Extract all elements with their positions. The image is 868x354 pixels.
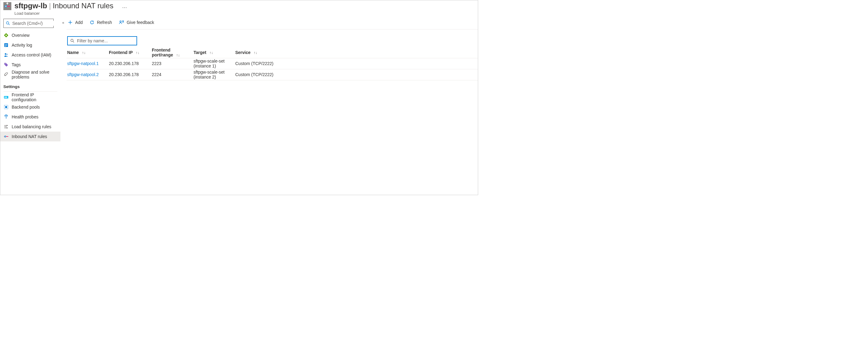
col-header-frontend-port[interactable]: Frontend port/range ↑↓ [151, 48, 193, 57]
sidebar-item-label: Health probes [12, 114, 38, 119]
main-content: Add Refresh Give feedback [66, 16, 478, 195]
svg-marker-27 [7, 125, 8, 126]
sidebar-search[interactable] [3, 19, 54, 28]
sidebar-item-label: Inbound NAT rules [12, 134, 47, 139]
load-balancer-icon [3, 2, 11, 10]
collapse-sidebar-button[interactable]: « [60, 16, 66, 195]
sort-icon: ↑↓ [135, 51, 139, 55]
col-header-name[interactable]: Name ↑↓ [67, 50, 108, 55]
col-header-service[interactable]: Service ↑↓ [235, 50, 478, 55]
sidebar: Overview Activity log Access control (IA… [0, 16, 60, 195]
sidebar-separator [3, 91, 57, 92]
sidebar-item-health-probes[interactable]: Health probes [0, 112, 60, 122]
cell-frontend-ip: 20.230.206.178 [108, 61, 151, 66]
sidebar-item-label: Activity log [12, 42, 32, 48]
sidebar-item-diagnose[interactable]: Diagnose and solve problems [0, 70, 60, 80]
sidebar-item-lb-rules[interactable]: Load balancing rules [0, 122, 60, 131]
tags-icon [4, 62, 8, 67]
rule-name-link[interactable]: sftpgw-natpool.1 [67, 61, 99, 66]
backend-pools-icon [4, 105, 8, 110]
col-header-frontend-ip[interactable]: Frontend IP ↑↓ [108, 50, 151, 55]
feedback-icon [119, 20, 124, 25]
cell-target: sftpgw-scale-set (instance 1) [193, 59, 235, 68]
sidebar-item-frontend-ip[interactable]: Frontend IP configuration [0, 92, 60, 102]
plus-icon [68, 20, 73, 25]
cell-frontend-ip: 20.230.206.178 [108, 72, 151, 77]
sidebar-item-inbound-nat[interactable]: Inbound NAT rules [0, 131, 60, 141]
cell-service: Custom (TCP/2222) [235, 61, 478, 66]
nat-rules-table: Name ↑↓ Frontend IP ↑↓ Frontend port/ran… [67, 47, 478, 80]
sidebar-item-overview[interactable]: Overview [0, 30, 60, 40]
resource-name: sftpgw-lb [14, 2, 47, 10]
refresh-label: Refresh [97, 20, 112, 25]
svg-point-4 [6, 22, 9, 24]
sidebar-item-label: Backend pools [12, 105, 40, 110]
page-header: sftpgw-lb|Inbound NAT rules Load balance… [0, 0, 478, 16]
svg-point-7 [5, 35, 7, 36]
resource-type-label: Load balancer [14, 11, 114, 16]
svg-point-13 [6, 54, 8, 55]
sidebar-item-label: Load balancing rules [12, 124, 51, 129]
refresh-button[interactable]: Refresh [89, 19, 113, 26]
sort-icon: ↑↓ [210, 51, 213, 55]
table-row[interactable]: sftpgw-natpool.2 20.230.206.178 2224 sft… [67, 69, 478, 80]
sort-icon: ↑↓ [82, 51, 86, 55]
feedback-button[interactable]: Give feedback [118, 19, 155, 26]
sidebar-item-label: Access control (IAM) [12, 53, 51, 57]
sidebar-item-activity-log[interactable]: Activity log [0, 40, 60, 50]
svg-point-14 [5, 63, 5, 64]
add-label: Add [75, 20, 83, 25]
svg-rect-19 [6, 97, 7, 98]
sidebar-item-access-control[interactable]: Access control (IAM) [0, 50, 60, 60]
overview-icon [4, 33, 8, 38]
sidebar-item-backend-pools[interactable]: Backend pools [0, 102, 60, 112]
page-title: sftpgw-lb|Inbound NAT rules [14, 2, 114, 10]
sidebar-item-label: Overview [12, 33, 29, 38]
cell-frontend-port: 2223 [151, 61, 193, 66]
svg-point-12 [5, 53, 6, 55]
search-icon [70, 39, 74, 43]
sidebar-item-label: Diagnose and solve problems [12, 70, 57, 80]
cell-target: sftpgw-scale-set (instance 2) [193, 70, 235, 80]
sort-icon: ↑↓ [176, 53, 180, 57]
table-row[interactable]: sftpgw-natpool.1 20.230.206.178 2223 sft… [67, 58, 478, 69]
diagnose-icon [4, 72, 8, 77]
col-header-target[interactable]: Target ↑↓ [193, 50, 235, 55]
sidebar-item-label: Frontend IP configuration [12, 92, 57, 102]
svg-rect-9 [5, 44, 7, 45]
health-probes-icon [4, 114, 8, 119]
svg-rect-21 [5, 106, 7, 108]
svg-point-36 [71, 39, 73, 42]
sidebar-search-input[interactable] [12, 21, 66, 26]
svg-rect-11 [5, 46, 6, 46]
svg-point-31 [5, 136, 5, 137]
feedback-label: Give feedback [127, 20, 154, 25]
filter-box[interactable] [67, 36, 137, 46]
section-title: Inbound NAT rules [53, 2, 114, 10]
filter-input[interactable] [77, 38, 134, 43]
sidebar-item-tags[interactable]: Tags [0, 60, 60, 70]
command-bar: Add Refresh Give feedback [67, 16, 478, 29]
cell-service: Custom (TCP/2222) [235, 72, 478, 77]
svg-point-35 [120, 21, 121, 22]
svg-marker-28 [7, 127, 8, 128]
svg-rect-10 [5, 45, 7, 46]
sidebar-item-label: Tags [12, 62, 21, 67]
access-control-icon [4, 53, 8, 57]
svg-rect-17 [5, 97, 5, 98]
search-icon [5, 21, 10, 26]
rule-name-link[interactable]: sftpgw-natpool.2 [67, 72, 99, 77]
svg-rect-18 [5, 97, 6, 98]
svg-point-15 [5, 75, 5, 76]
svg-line-5 [8, 24, 10, 25]
frontend-ip-icon [4, 95, 8, 100]
svg-point-3 [5, 6, 6, 7]
refresh-icon [90, 20, 94, 25]
cell-frontend-port: 2224 [151, 72, 193, 77]
sidebar-group-settings: Settings [0, 80, 60, 91]
table-header-row: Name ↑↓ Frontend IP ↑↓ Frontend port/ran… [67, 47, 478, 58]
lb-rules-icon [4, 124, 8, 129]
inbound-nat-icon [4, 134, 8, 139]
add-button[interactable]: Add [67, 19, 84, 26]
more-actions-button[interactable]: ⋯ [120, 3, 130, 12]
